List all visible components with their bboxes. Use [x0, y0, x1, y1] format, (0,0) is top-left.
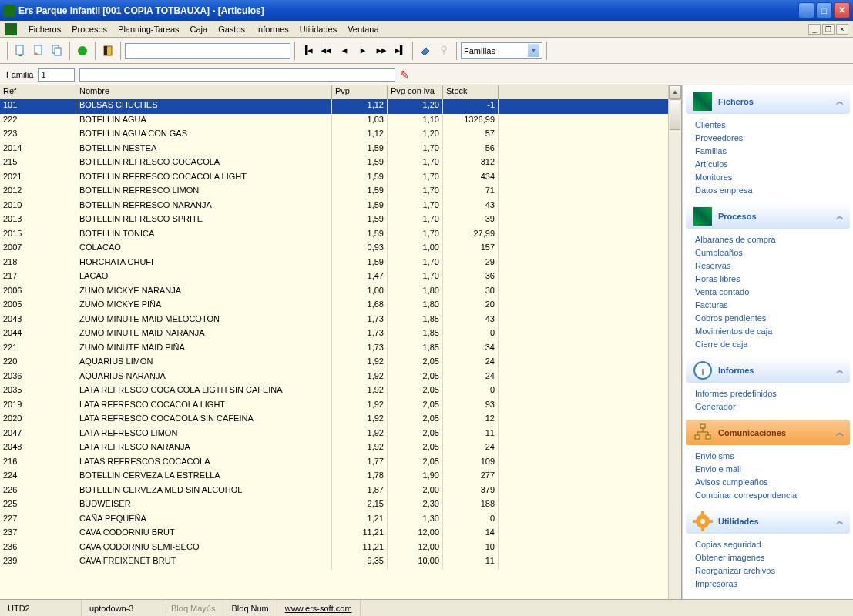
link-horas-libres[interactable]: Horas libres [695, 273, 850, 286]
table-row[interactable]: 222BOTELLIN AGUA1,031,101326,99 [0, 114, 668, 129]
panel-header-utilidades[interactable]: Utilidades︽ [686, 508, 850, 534]
link-cobros-pendientes[interactable]: Cobros pendientes [695, 312, 850, 325]
panel-header-informes[interactable]: iInformes︽ [686, 357, 850, 383]
exit-button[interactable] [99, 42, 116, 59]
table-row[interactable]: 2015BOTELLIN TONICA1,591,7027,99 [0, 228, 668, 243]
link-albaranes-de-compra[interactable]: Albaranes de compra [695, 233, 850, 246]
eraser-button[interactable] [417, 42, 434, 59]
vertical-scrollbar[interactable]: ▲ [668, 85, 681, 599]
col-pvpiva[interactable]: Pvp con iva [388, 85, 443, 99]
link-proveedores[interactable]: Proveedores [695, 132, 850, 145]
table-row[interactable]: 2012BOTELLIN REFRESCO LIMON1,591,7071 [0, 185, 668, 199]
col-stock[interactable]: Stock [443, 85, 499, 99]
table-row[interactable]: 216LATAS REFRESCOS COCACOLA1,772,05109 [0, 456, 668, 470]
link-monitores[interactable]: Monitores [695, 171, 850, 184]
go-button[interactable] [74, 42, 91, 59]
menu-utilidades[interactable]: Utilidades [294, 22, 342, 36]
table-row[interactable]: 2005ZUMO MICKYE PIÑA1,681,8020 [0, 299, 668, 313]
table-row[interactable]: 227CAÑA PEQUEÑA1,211,300 [0, 513, 668, 527]
minimize-button[interactable]: _ [798, 2, 814, 18]
table-row[interactable]: 221ZUMO MINUTE MAID PIÑA1,731,8534 [0, 342, 668, 357]
link-reorganizar-archivos[interactable]: Reorganizar archivos [695, 564, 850, 578]
panel-header-comunicaciones[interactable]: Comunicaciones︽ [686, 420, 850, 445]
link-copias-seguridad[interactable]: Copias seguridad [695, 538, 850, 551]
table-row[interactable]: 2014BOTELLIN NESTEA1,591,7056 [0, 142, 668, 157]
col-nombre[interactable]: Nombre [76, 85, 332, 99]
edit-button[interactable] [30, 42, 47, 59]
nav-rewind-button[interactable]: ◀◀ [317, 42, 334, 59]
new-button[interactable] [12, 42, 29, 59]
table-row[interactable]: 2006ZUMO MICKYE NARANJA1,001,8030 [0, 285, 668, 300]
link-facturas[interactable]: Facturas [695, 299, 850, 312]
table-row[interactable]: 2048LATA REFRESCO NARANJA1,922,0524 [0, 441, 668, 456]
link-impresoras[interactable]: Impresoras [695, 578, 850, 591]
link-artículos[interactable]: Artículos [695, 158, 850, 171]
table-row[interactable]: 220AQUARIUS LIMON1,922,0524 [0, 356, 668, 370]
link-movimientos-de-caja[interactable]: Movimientos de caja [695, 325, 850, 338]
link-clientes[interactable]: Clientes [695, 119, 850, 132]
link-venta-contado[interactable]: Venta contado [695, 286, 850, 299]
close-button[interactable]: ✕ [834, 2, 850, 18]
link-combinar-correspondencia[interactable]: Combinar correspondencia [695, 489, 850, 502]
nav-prev-button[interactable]: ◀ [336, 42, 353, 59]
search-input[interactable] [125, 43, 290, 59]
table-row[interactable]: 101BOLSAS CHUCHES1,121,20-1 [0, 99, 668, 114]
mdi-restore[interactable]: ❐ [822, 24, 835, 35]
link-cierre-de-caja[interactable]: Cierre de caja [695, 338, 850, 351]
table-row[interactable]: 224BOTELLIN CERVEZA LA ESTRELLA1,781,902… [0, 470, 668, 484]
table-row[interactable]: 239CAVA FREIXENET BRUT9,3510,0011 [0, 555, 668, 570]
mdi-minimize[interactable]: _ [808, 24, 821, 35]
table-row[interactable]: 217LACAO1,471,7036 [0, 270, 668, 285]
data-grid[interactable]: Ref Nombre Pvp Pvp con iva Stock 101BOLS… [0, 85, 668, 599]
table-row[interactable]: 236CAVA CODORNIU SEMI-SECO11,2112,0010 [0, 541, 668, 556]
table-row[interactable]: 2043ZUMO MINUTE MAID MELOCOTON1,731,8543 [0, 313, 668, 328]
menu-gastos[interactable]: Gastos [213, 22, 250, 36]
table-row[interactable]: 215BOTELLIN REFRESCO COCACOLA1,591,70312 [0, 156, 668, 171]
menu-procesos[interactable]: Procesos [66, 22, 113, 36]
menu-informes[interactable]: Informes [250, 22, 294, 36]
link-reservas[interactable]: Reservas [695, 259, 850, 273]
link-envio-e-mail[interactable]: Envio e mail [695, 463, 850, 476]
link-datos-empresa[interactable]: Datos empresa [695, 184, 850, 197]
menu-caja[interactable]: Caja [185, 22, 213, 36]
link-avisos-cumpleaños[interactable]: Avisos cumpleaños [695, 476, 850, 489]
col-pvp[interactable]: Pvp [332, 85, 388, 99]
panel-header-procesos[interactable]: Procesos︽ [686, 203, 850, 229]
table-row[interactable]: 2047LATA REFRESCO LIMON1,922,0511 [0, 427, 668, 442]
panel-header-ficheros[interactable]: Ficheros︽ [686, 89, 850, 114]
link-informes-predefinidos[interactable]: Informes predefinidos [695, 387, 850, 400]
table-row[interactable]: 2019LATA REFRESCO COCACOLA LIGHT1,922,05… [0, 399, 668, 413]
filter-combo[interactable]: Familias ▼ [461, 42, 542, 59]
table-row[interactable]: 2021BOTELLIN REFRESCO COCACOLA LIGHT1,59… [0, 171, 668, 186]
goto-button[interactable] [435, 42, 452, 59]
scroll-up-button[interactable]: ▲ [669, 85, 681, 99]
status-url[interactable]: www.ers-soft.com [277, 600, 361, 616]
nav-first-button[interactable]: ▐◀ [299, 42, 316, 59]
mdi-close[interactable]: × [836, 24, 848, 35]
scroll-thumb[interactable] [670, 99, 680, 130]
table-row[interactable]: 2020LATA REFRESCO COCACOLA SIN CAFEINA1,… [0, 413, 668, 427]
col-ref[interactable]: Ref [0, 85, 76, 99]
link-obtener-imagenes[interactable]: Obtener imagenes [695, 551, 850, 564]
link-generador[interactable]: Generador [695, 400, 850, 413]
nav-last-button[interactable]: ▶▌ [391, 42, 408, 59]
table-row[interactable]: 237CAVA CODORNIU BRUT11,2112,0014 [0, 527, 668, 541]
nav-next-button[interactable]: ▶ [354, 42, 371, 59]
table-row[interactable]: 2035LATA REFRESCO COCA COLA LIGTH SIN CA… [0, 384, 668, 399]
maximize-button[interactable]: □ [816, 2, 832, 18]
table-row[interactable]: 2007COLACAO0,931,00157 [0, 242, 668, 256]
menu-planning-tareas[interactable]: Planning-Tareas [113, 22, 185, 36]
table-row[interactable]: 2013BOTELLIN REFRESCO SPRITE1,591,7039 [0, 213, 668, 228]
copy-button[interactable] [49, 42, 65, 59]
table-row[interactable]: 225BUDWEISER2,152,30188 [0, 498, 668, 513]
menu-ventana[interactable]: Ventana [342, 22, 384, 36]
filter-desc-input[interactable] [79, 68, 395, 82]
table-row[interactable]: 2044ZUMO MINUTE MAID NARANJA1,731,850 [0, 327, 668, 342]
table-row[interactable]: 218HORCHATA CHUFI1,591,7029 [0, 256, 668, 271]
nav-forward-button[interactable]: ▶▶ [373, 42, 390, 59]
table-row[interactable]: 226BOTELLIN CERVEZA MED SIN ALCOHOL1,872… [0, 484, 668, 499]
link-familias[interactable]: Familias [695, 145, 850, 158]
link-envio-sms[interactable]: Envio sms [695, 450, 850, 463]
menu-ficheros[interactable]: Ficheros [23, 22, 66, 36]
link-cumpleaños[interactable]: Cumpleaños [695, 246, 850, 259]
